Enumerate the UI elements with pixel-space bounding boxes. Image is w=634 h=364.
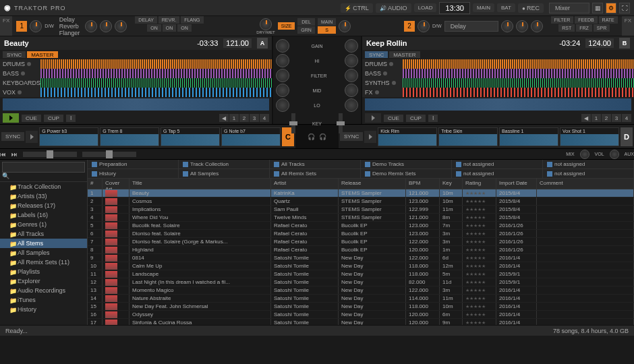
tree-item[interactable]: 📁Labels (16) (0, 210, 87, 220)
remix-d-3[interactable]: Bassline 1 (499, 127, 558, 146)
track-list[interactable]: 1BeautyKatrinKaSTEMS Sampler121.00010m★★… (88, 189, 634, 325)
s-button[interactable]: S (318, 26, 337, 34)
hi-b[interactable] (345, 54, 358, 67)
col-num[interactable]: # (88, 179, 103, 189)
deck-b-cue[interactable]: CUE (384, 115, 403, 122)
favorite-slot[interactable]: not assigned (543, 169, 634, 178)
fx1-btn-reverb[interactable]: REVR. (158, 16, 179, 24)
favorite-slot[interactable]: History (88, 169, 179, 178)
fx1-btn-flanger[interactable]: FLANG (181, 16, 203, 24)
favorite-slot[interactable]: Demo Remix Sets (361, 169, 452, 178)
tree-item[interactable]: 📁Explorer (0, 276, 87, 286)
favorite-slot[interactable]: not assigned (452, 160, 543, 169)
fx1-knob-2[interactable] (100, 20, 112, 32)
deck-a-waveform[interactable] (40, 59, 272, 97)
fx1-knob-1[interactable] (85, 20, 97, 32)
stem-b-synths[interactable]: SYNTHS (362, 78, 403, 88)
deck-a-page-3[interactable]: 3 (250, 114, 259, 122)
track-row[interactable]: 4Where Did YouTwelve MindsSTEMS Sampler1… (88, 214, 634, 222)
track-row[interactable]: 5Bucolik feat. SolaireRafael CeratoBucol… (88, 222, 634, 230)
remix-d-1[interactable]: Kick Rim (378, 127, 437, 146)
deck-a-page-2[interactable]: 2 (239, 114, 249, 122)
remix-c-2[interactable]: G Trem 8 (100, 127, 159, 146)
search-input[interactable] (2, 162, 85, 173)
track-row[interactable]: 13Momento MagicoSatoshi TomiieNew Day122… (88, 286, 634, 295)
global-drywet-knob[interactable] (260, 18, 272, 30)
deck-a-cup[interactable]: CUP (44, 115, 63, 122)
remix-c-1[interactable]: G Power b3 (39, 127, 98, 146)
fx1-on-2[interactable]: ON (163, 24, 177, 32)
track-row[interactable]: 90814Satoshi TomiieNew Day122.0006d★★★★★… (88, 254, 634, 262)
deck-a-page-4[interactable]: 4 (260, 114, 269, 122)
fx2-frz[interactable]: FRZ (576, 24, 592, 32)
track-row[interactable]: 16OdysseySatoshi TomiieNew Day120.0006m★… (88, 311, 634, 319)
deck-b-page-1[interactable]: 1 (592, 114, 601, 122)
track-row[interactable]: 17Sinfonia & Cucina RossaSatoshi TomiieN… (88, 319, 634, 325)
track-row[interactable]: 11LandscapeSatoshi TomiieNew Day118.0005… (88, 270, 634, 278)
prev-track-icon[interactable]: ⏮ (0, 151, 6, 158)
track-row[interactable]: 1BeautyKatrinKaSTEMS Sampler121.00010m★★… (88, 189, 634, 198)
fx2-rate[interactable]: RATE (599, 16, 618, 24)
favorite-slot[interactable]: not assigned (543, 160, 634, 169)
stem-b-bass[interactable]: BASS (362, 69, 403, 78)
headphone-icon-c[interactable]: 🎧 (308, 133, 315, 140)
track-row[interactable]: 10Calm Me UpSatoshi TomiieNew Day118.000… (88, 262, 634, 270)
stem-b-drums[interactable]: DRUMS (362, 59, 403, 69)
remix-d-2[interactable]: Tribe Skin (438, 127, 498, 146)
stem-a-bass[interactable]: BASS (0, 69, 40, 78)
track-row[interactable]: 3ImplicationsSam PauliSTEMS Sampler122.9… (88, 206, 634, 214)
main-button[interactable]: MAIN (318, 18, 337, 26)
fx1-knob-3[interactable] (115, 20, 127, 32)
mid-a[interactable] (276, 84, 289, 97)
del-button[interactable]: DEL (297, 18, 315, 26)
deck-a-sync[interactable]: SYNC (3, 51, 26, 58)
fx1-on-3[interactable]: ON (177, 24, 192, 32)
deck-c-sync[interactable]: SYNC (1, 132, 24, 141)
center-knob[interactable] (339, 20, 351, 32)
deck-a-prev[interactable]: ◀ (219, 114, 229, 122)
vol-knob[interactable] (610, 150, 619, 159)
deck-b-cup[interactable]: CUP (406, 115, 426, 122)
deck-b-waveform[interactable] (403, 59, 634, 97)
deck-a-bpm[interactable]: 121.00 (223, 38, 252, 48)
track-row[interactable]: 14Nature AbstraiteSatoshi TomiieNew Day1… (88, 295, 634, 303)
track-row[interactable]: 7Dioniso feat. Solaire (Gorge & Markus..… (88, 238, 634, 246)
fx2-knob-3[interactable] (531, 20, 543, 32)
deck-b-play[interactable] (365, 113, 381, 123)
tree-item[interactable]: 📁iTunes (0, 295, 87, 305)
fx2-filter[interactable]: FILTER (551, 16, 574, 24)
deck-d-sync[interactable]: SYNC (340, 132, 363, 141)
stem-a-drums[interactable]: DRUMS (0, 59, 40, 69)
favorite-slot[interactable]: Demo Tracks (361, 160, 452, 169)
deck-b-page-3[interactable]: 3 (612, 114, 621, 122)
settings-icon[interactable]: ⚙ (606, 3, 616, 13)
deck-c-play[interactable] (26, 131, 38, 143)
deck-a-cue[interactable]: CUE (22, 115, 41, 122)
fx2-effect-select[interactable]: Delay (444, 21, 498, 32)
fx2-rst[interactable]: RST (558, 24, 575, 32)
fader-b[interactable] (339, 113, 343, 133)
stem-a-vox[interactable]: VOX (0, 88, 40, 97)
favorite-slot[interactable]: Track Collection (179, 160, 270, 169)
next-track-icon[interactable]: ⏭ (11, 151, 18, 158)
deck-b-prev[interactable]: ◀ (581, 114, 591, 122)
fx2-feedb[interactable]: FEEDB (575, 16, 597, 24)
remix-c-3[interactable]: G Tap 5 (161, 127, 220, 146)
size-button[interactable]: SIZE (278, 22, 295, 30)
col-release[interactable]: Release (339, 179, 406, 189)
lo-b[interactable] (345, 98, 358, 112)
gain-b[interactable] (345, 39, 358, 53)
tree-item[interactable]: 📁Playlists (0, 267, 87, 276)
deck-b-bpm[interactable]: 124.00 (585, 38, 614, 48)
tree-item[interactable]: 📁Genres (1) (0, 220, 87, 229)
filter-b[interactable] (345, 69, 358, 82)
fullscreen-icon[interactable]: ⛶ (619, 3, 630, 13)
fx1-on-1[interactable]: ON (147, 24, 161, 32)
stem-a-keys[interactable]: KEYBOARDS (0, 78, 40, 88)
fx2-knob-1[interactable] (501, 20, 513, 32)
fx1-drywet-knob[interactable] (30, 20, 42, 32)
remix-d-4[interactable]: Vox Shot 1 (560, 127, 619, 146)
col-key[interactable]: Key (440, 179, 463, 189)
headphone-icon-d[interactable]: 🎧 (319, 133, 326, 140)
crossfader[interactable] (23, 152, 77, 157)
